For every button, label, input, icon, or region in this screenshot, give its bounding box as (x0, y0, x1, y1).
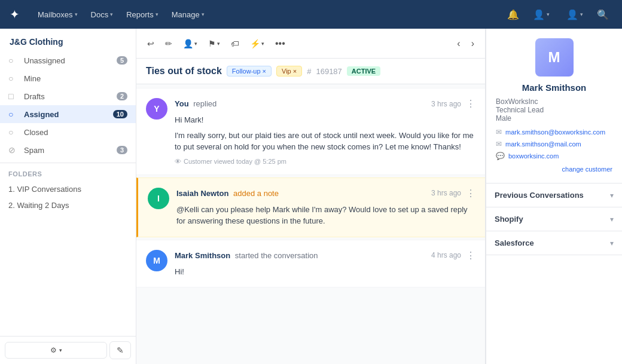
message-1: Y You replied 3 hrs ago ⋮ H (136, 88, 485, 175)
label-icon: 🏷 (231, 39, 239, 48)
contact-name: Mark Smithson (522, 82, 587, 93)
salesforce-title: Salesforce (495, 238, 534, 247)
folders-label: FOLDERS (0, 167, 136, 181)
contact-email1-row: ✉ mark.smithson@boxworksinc.com (496, 126, 612, 138)
compose-icon: ✎ (117, 345, 124, 355)
more-button[interactable]: ••• (270, 35, 290, 53)
notifications-icon[interactable]: 🔔 (504, 5, 523, 24)
assigned-count: 10 (113, 110, 127, 118)
viewed-icon: 👁 (175, 158, 181, 165)
msg1-body2: I'm really sorry, but our plaid ties are… (175, 130, 475, 153)
profile-icon[interactable]: 👤▾ (526, 5, 556, 24)
status-badge: ACTIVE (347, 66, 380, 76)
contact-email2[interactable]: mark.smithson@mail.com (505, 140, 581, 148)
sidebar-label-drafts: Drafts (24, 92, 117, 101)
assigned-icon: ○ (8, 109, 19, 119)
sidebar-item-mine[interactable]: ○ Mine (0, 69, 136, 87)
contact-email1[interactable]: mark.smithson@boxworksinc.com (505, 129, 605, 136)
avatar-isaiah: I (148, 188, 169, 209)
msg1-body1: Hi Mark! (175, 114, 475, 126)
nav-reports[interactable]: Reports ▾ (120, 7, 164, 23)
sidebar-item-unassigned[interactable]: ○ Unassigned 5 (0, 51, 136, 69)
unassigned-icon: ○ (8, 56, 19, 65)
prev-conversation-button[interactable]: ‹ (452, 35, 465, 53)
vip-badge[interactable]: Vip × (276, 66, 302, 77)
sidebar-item-assigned[interactable]: ○ Assigned 10 (0, 105, 136, 123)
message-2: I Isaiah Newton added a note 3 hrs ago ⋮ (136, 178, 485, 237)
action-button[interactable]: ⚡ ▾ (245, 35, 269, 52)
logo: ✦ (10, 7, 20, 22)
sidebar-item-spam[interactable]: ⊘ Spam 3 (0, 141, 136, 159)
msg1-sender: You (175, 99, 189, 108)
sidebar-folder-waiting[interactable]: 2. Waiting 2 Days (0, 197, 136, 213)
unassigned-count: 5 (117, 56, 127, 65)
messages-list: Y You replied 3 hrs ago ⋮ H (136, 84, 485, 364)
sidebar-item-closed[interactable]: ○ Closed (0, 123, 136, 141)
edit-button[interactable]: ✏ (160, 35, 177, 52)
search-icon[interactable]: 🔍 (593, 5, 612, 24)
msg1-time: 3 hrs ago (431, 100, 461, 108)
sidebar-label-mine: Mine (24, 74, 127, 83)
contact-meta: BoxWorksInc Technical Lead Male (496, 97, 612, 123)
contact-company: BoxWorksInc (496, 97, 612, 106)
msg2-body: @Kelli can you please help Mark while I'… (176, 204, 475, 227)
msg2-sender: Isaiah Newton (176, 189, 228, 198)
next-conversation-button[interactable]: › (466, 35, 479, 53)
contact-gender: Male (496, 114, 612, 123)
salesforce-chevron: ▾ (610, 239, 614, 247)
settings-button[interactable]: ⚙ ▾ (5, 342, 107, 359)
mine-icon: ○ (8, 74, 19, 83)
msg1-action: replied (193, 99, 217, 108)
msg1-menu-icon[interactable]: ⋮ (466, 98, 475, 109)
spam-icon: ⊘ (8, 145, 19, 155)
right-panel: M Mark Smithson BoxWorksInc Technical Le… (486, 29, 622, 364)
contact-avatar: M (535, 38, 574, 77)
account-icon[interactable]: 👤▾ (560, 5, 590, 24)
gear-icon: ⚙ (50, 346, 57, 354)
msg3-menu-icon[interactable]: ⋮ (466, 250, 475, 261)
msg2-menu-icon[interactable]: ⋮ (466, 188, 475, 199)
sidebar-label-spam: Spam (24, 146, 117, 155)
flag-icon: ⚑ (208, 39, 216, 48)
nav-items: Mailboxes ▾ Docs ▾ Reports ▾ Manage ▾ (32, 7, 504, 23)
conversation-title: Ties out of stock (146, 66, 222, 77)
shopify-header[interactable]: Shopify ▾ (486, 207, 622, 231)
avatar-mark: M (146, 250, 167, 271)
action-icon: ⚡ (250, 39, 260, 48)
assign-button[interactable]: 👤 ▾ (178, 35, 202, 52)
reply-back-button[interactable]: ↩ (142, 35, 159, 52)
spam-count: 3 (117, 146, 127, 154)
contact-role: Technical Lead (496, 106, 612, 114)
conversation-id-label: # (307, 67, 311, 76)
conversation-id: 169187 (316, 67, 342, 76)
msg2-time: 3 hrs ago (431, 189, 461, 197)
nav-manage[interactable]: Manage ▾ (166, 7, 211, 23)
followup-badge[interactable]: Follow-up × (227, 66, 272, 77)
shopify-section: Shopify ▾ (486, 207, 622, 231)
previous-conversations-section: Previous Conversations ▾ (486, 183, 622, 207)
sidebar-item-drafts[interactable]: □ Drafts 2 (0, 87, 136, 105)
more-icon: ••• (275, 38, 285, 49)
message-3: M Mark Smithson started the conversation… (136, 240, 485, 288)
sidebar-label-closed: Closed (24, 128, 127, 137)
conversation-header: Ties out of stock Follow-up × Vip × # 16… (136, 59, 485, 84)
conversation-pane: ↩ ✏ 👤 ▾ ⚑ ▾ 🏷 ⚡ ▾ ••• ‹ › (136, 29, 486, 364)
sidebar-items: ○ Unassigned 5 ○ Mine □ Drafts 2 ○ Assig… (0, 51, 136, 336)
previous-conversations-header[interactable]: Previous Conversations ▾ (486, 183, 622, 207)
flag-button[interactable]: ⚑ ▾ (203, 35, 225, 52)
salesforce-header[interactable]: Salesforce ▾ (486, 231, 622, 255)
contact-website-row: 💬 boxworksinc.com (496, 150, 612, 162)
sidebar-label-assigned: Assigned (24, 110, 113, 119)
previous-conversations-chevron: ▾ (610, 191, 614, 200)
change-customer-link[interactable]: change customer (562, 166, 612, 173)
compose-button[interactable]: ✎ (109, 341, 131, 359)
drafts-count: 2 (117, 92, 127, 100)
previous-conversations-title: Previous Conversations (495, 191, 584, 200)
nav-mailboxes[interactable]: Mailboxes ▾ (32, 7, 84, 23)
msg3-sender: Mark Smithson (175, 251, 230, 260)
contact-website[interactable]: boxworksinc.com (508, 152, 559, 160)
nav-docs[interactable]: Docs ▾ (85, 7, 120, 23)
label-button[interactable]: 🏷 (226, 35, 244, 52)
msg2-action: added a note (233, 189, 279, 198)
sidebar-folder-vip[interactable]: 1. VIP Conversations (0, 181, 136, 197)
